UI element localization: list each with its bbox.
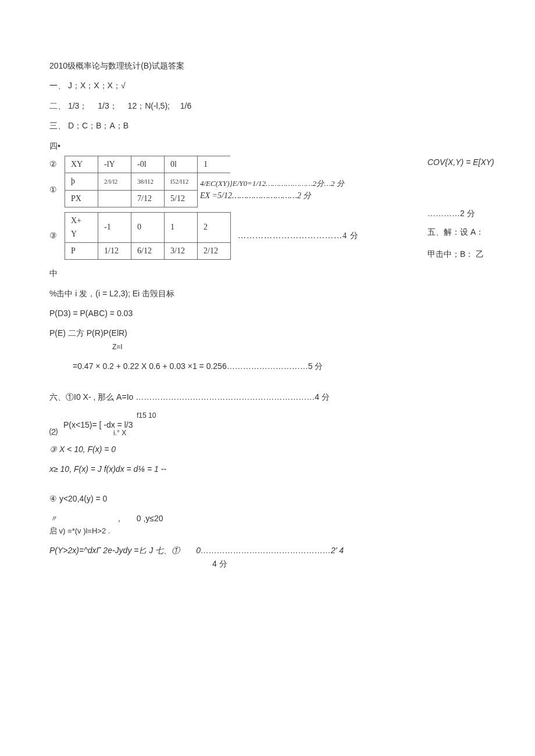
cell: 0 [131, 213, 165, 243]
table-p: þ 2/l/l2 38/l12 l52/l12 PX 7/12 5/12 [65, 173, 198, 207]
p-x-lt-15: f15 10 P(x<15)= [ -dx = l/3 ⑵ i.° X [49, 410, 486, 436]
hit-i-shots: %击中 i 发，(i = L2,3); Ei 击毁目标 [49, 287, 486, 300]
p-e-calc: =0.47 × 0.2 + 0.22 X 0.6 + 0.03 ×1 = 0.2… [73, 360, 486, 372]
q5-setup-a: 五、解：设 A： [427, 227, 484, 237]
zhong: 中 [49, 267, 486, 280]
p-e-sum: P(E) 二方 P(R)P(ElR) Z=I [49, 327, 486, 353]
circled-3: ③ [49, 230, 65, 242]
eq-exy: 4/EC(XY)}E/Y0=1/12…………………2分…2 分 [200, 178, 344, 190]
section-1-label: 一、 [49, 81, 66, 90]
section-4-label: 四• [49, 139, 486, 152]
cell: P [65, 242, 98, 259]
eq-ex: EX =5/12………………………2 分 [200, 189, 344, 202]
cell: -lY [98, 156, 131, 173]
p-d3: P(D3) = P(ABC) = 0.03 [49, 307, 486, 320]
section-1-content: J；X；X；X；√ [68, 81, 126, 90]
cell: 1 [198, 156, 231, 173]
cell: 7/12 [131, 190, 165, 207]
p-y-gt-2x: P(Y>2x)=^dxΓ 2e-Jydy =匕 J 七、① 0………………………… [49, 544, 486, 557]
cell: X+ Y [65, 213, 98, 243]
circled-2: ② [49, 158, 65, 171]
y-case-2: 启 v) =*(v )l=H>2 . [49, 525, 486, 538]
cell: 3/12 [165, 242, 198, 259]
cell: 2/l/l2 [98, 173, 131, 190]
score-4pts: ………………………………4 分 [238, 230, 359, 242]
section-2-label: 二、 [49, 101, 66, 110]
section-1: 一、 J；X；X；X；√ [49, 79, 486, 92]
cell: 38/l12 [131, 173, 165, 190]
q5-setup-b: 甲击中；B： 乙 [427, 249, 484, 259]
cell: -0l [131, 156, 165, 173]
section-3-label: 三、 [49, 121, 66, 130]
cell: PX [65, 190, 98, 207]
cell: 2 [198, 213, 231, 243]
cell: l52/l12 [165, 173, 198, 190]
cell: 1 [165, 213, 198, 243]
section-3: 三、 D；C；B；A；B [49, 119, 486, 132]
cell [98, 190, 131, 207]
section-2-content: 1/3； 1/3； 12；N(-l,5); 1/6 [68, 101, 191, 110]
cell: 0l [165, 156, 198, 173]
score-4pts-last: 4 分 [212, 557, 486, 570]
cell: 5/12 [165, 190, 198, 207]
fx-ge-10: x≥ 10, F(x) = J f(x)dx = d⅛ = 1 -- [49, 463, 486, 475]
y-lt-20: ④ y<20,4(y) = 0 [49, 492, 486, 505]
cell: 1/12 [98, 242, 131, 259]
cell: 6/12 [131, 242, 165, 259]
section-3-content: D；C；B；A；B [68, 121, 129, 130]
section-4-body: COV{X,Y) = E[XY) …………2 分 五、解：设 A： 甲击中；B：… [49, 156, 486, 260]
cell: -1 [98, 213, 131, 243]
cell: 2/12 [198, 242, 231, 259]
cell: þ [65, 173, 98, 190]
score-2pts-right: …………2 分 [427, 209, 475, 218]
cell: XY [65, 156, 98, 173]
section-2: 二、 1/3； 1/3； 12；N(-l,5); 1/6 [49, 99, 486, 112]
y-case: 〃 , 0 ,y≤20 [49, 512, 486, 525]
cov-eq: COV{X,Y) = E[XY) [427, 157, 494, 167]
table-xy: XY -lY -0l 0l 1 [65, 156, 230, 173]
fx-lt-10: ③ X < 10, F(x) = 0 [49, 443, 486, 456]
doc-title: 2010级概率论与数理统计(B)试题答案 [49, 59, 486, 72]
section-6-1: 六、①I0 X- , 那么 A=Io ………………………………………………………… [49, 390, 486, 403]
circled-1: ① [49, 184, 65, 196]
table-xplusy: X+ Y -1 0 1 2 P 1/12 6/12 3/12 2/12 [65, 212, 231, 260]
